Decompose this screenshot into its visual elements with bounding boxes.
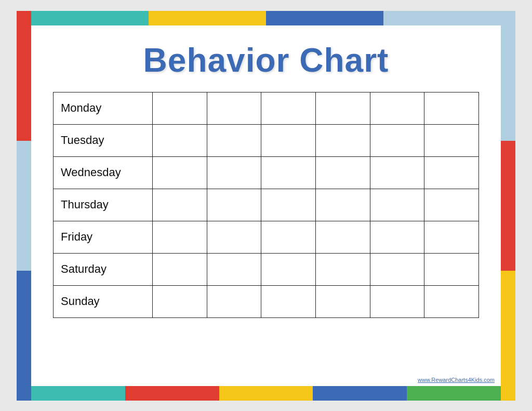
behavior-cell [370,285,424,317]
top-strip-teal [31,11,149,25]
day-label: Thursday [54,189,153,221]
behavior-table: MondayTuesdayWednesdayThursdayFridaySatu… [53,92,479,318]
behavior-cell [370,221,424,253]
behavior-cell [424,253,479,285]
table-row: Wednesday [54,156,479,189]
left-strip-blue [17,271,31,401]
page: Behavior Chart MondayTuesdayWednesdayThu… [17,11,515,401]
behavior-cell [207,124,261,156]
behavior-cell [153,285,207,317]
behavior-cell [370,156,424,189]
behavior-cell [370,92,424,124]
behavior-cell [207,285,261,317]
top-strip-lightblue [383,11,501,25]
bottom-border [17,386,515,401]
behavior-cell [370,124,424,156]
day-label: Friday [54,221,153,253]
left-strip-lightblue [17,141,31,271]
behavior-cell [261,285,316,317]
day-label: Sunday [54,285,153,317]
behavior-cell [424,124,479,156]
table-row: Thursday [54,189,479,221]
behavior-cell [424,92,479,124]
behavior-cell [261,156,316,189]
behavior-cell [424,189,479,221]
bot-strip-teal [31,386,125,401]
behavior-cell [153,253,207,285]
behavior-cell [424,285,479,317]
day-label: Monday [54,92,153,124]
top-strip-blue [266,11,383,25]
day-label: Saturday [54,253,153,285]
behavior-cell [207,221,261,253]
behavior-cell [315,189,370,221]
table-row: Tuesday [54,124,479,156]
behavior-cell [315,92,370,124]
left-border [17,11,31,401]
table-row: Saturday [54,253,479,285]
chart-title: Behavior Chart [143,41,389,79]
behavior-cell [153,189,207,221]
behavior-cell [315,124,370,156]
website-link: www.RewardCharts4Kids.com [418,377,495,383]
behavior-cell [261,92,316,124]
behavior-cell [261,124,316,156]
behavior-cell [370,189,424,221]
behavior-cell [261,189,316,221]
behavior-cell [207,156,261,189]
right-strip-yellow [501,271,515,401]
table-row: Friday [54,221,479,253]
behavior-cell [153,124,207,156]
behavior-cell [261,221,316,253]
bot-strip-green [407,386,501,401]
behavior-cell [315,253,370,285]
behavior-cell [207,92,261,124]
main-content: Behavior Chart MondayTuesdayWednesdayThu… [31,25,501,386]
behavior-cell [315,156,370,189]
table-row: Monday [54,92,479,124]
day-label: Tuesday [54,124,153,156]
behavior-cell [261,253,316,285]
behavior-cell [207,253,261,285]
day-label: Wednesday [54,156,153,189]
behavior-cell [315,285,370,317]
top-border [17,11,515,25]
right-strip-red [501,141,515,271]
behavior-cell [424,221,479,253]
top-strip-yellow [149,11,266,25]
behavior-cell [153,221,207,253]
table-row: Sunday [54,285,479,317]
bot-strip-red [125,386,219,401]
bot-strip-blue [313,386,407,401]
behavior-cell [424,156,479,189]
right-border [501,11,515,401]
behavior-cell [370,253,424,285]
behavior-cell [153,156,207,189]
behavior-cell [153,92,207,124]
right-strip-lightblue [501,11,515,141]
bot-strip-yellow [219,386,313,401]
behavior-cell [315,221,370,253]
behavior-cell [207,189,261,221]
left-strip-red [17,11,31,141]
